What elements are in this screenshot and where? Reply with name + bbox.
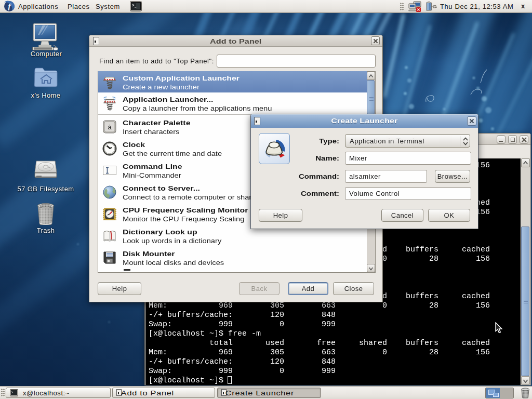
svg-text:à: à — [108, 123, 112, 131]
